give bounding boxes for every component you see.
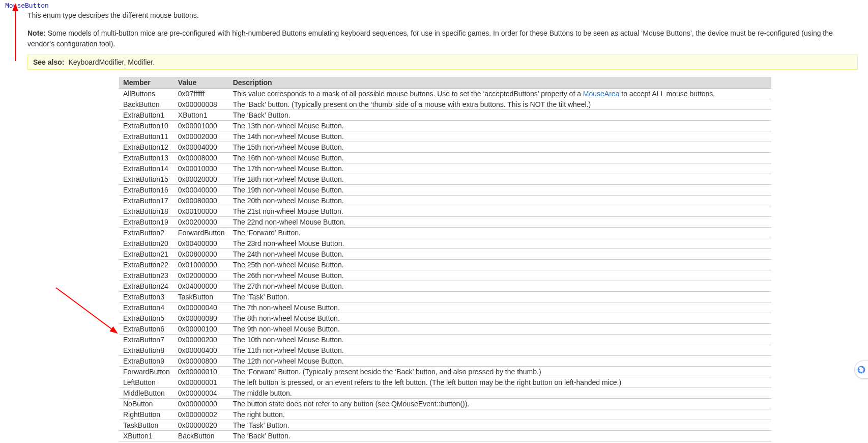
cell-description: The 14th non-wheel Mouse Button. <box>229 131 771 142</box>
cell-value: XButton1 <box>174 109 229 120</box>
cell-description: The left button is pressed, or an event … <box>229 377 771 387</box>
cell-description: The 24th non-wheel Mouse Button. <box>229 248 771 259</box>
table-row: ExtraButton2ForwardButtonThe ‘Forward’ B… <box>119 227 771 238</box>
cell-value: 0x00000200 <box>174 334 229 345</box>
table-row: ExtraButton70x00000200The 10th non-wheel… <box>119 334 771 345</box>
cell-description: The 12th non-wheel Mouse Button. <box>229 355 771 366</box>
cell-member: XButton2 <box>119 441 174 443</box>
cell-value: 0x07ffffff <box>174 88 229 99</box>
cell-member: ExtraButton1 <box>119 109 174 120</box>
cell-description: The 27th non-wheel Mouse Button. <box>229 281 771 291</box>
cell-value: 0x00080000 <box>174 195 229 206</box>
cell-member: BackButton <box>119 99 174 109</box>
table-row: ExtraButton100x00001000The 13th non-whee… <box>119 120 771 131</box>
intro-text: This enum type describes the different m… <box>27 11 858 21</box>
cell-member: ExtraButton2 <box>119 227 174 238</box>
cell-value: 0x01000000 <box>174 259 229 270</box>
table-row: ExtraButton1XButton1The ‘Back’ Button. <box>119 109 771 120</box>
cell-value: 0x00000000 <box>174 398 229 409</box>
cell-member: ExtraButton10 <box>119 120 174 131</box>
cell-description: The ‘Task’ Button. <box>229 291 771 302</box>
cell-member: RightButton <box>119 409 174 420</box>
cell-member: ExtraButton15 <box>119 174 174 184</box>
table-row: ExtraButton210x00800000The 24th non-whee… <box>119 248 771 259</box>
cell-description: The 7th non-wheel Mouse Button. <box>229 302 771 313</box>
cell-value: 0x00002000 <box>174 131 229 142</box>
cell-description: The right button. <box>229 409 771 420</box>
cell-description: The 25th non-wheel Mouse Button. <box>229 259 771 270</box>
cell-description: The 13th non-wheel Mouse Button. <box>229 120 771 131</box>
cell-description: The 18th non-wheel Mouse Button. <box>229 174 771 184</box>
cell-value: 0x00008000 <box>174 152 229 163</box>
desc-text: This value corresponds to a mask of all … <box>233 90 583 98</box>
cell-member: ExtraButton7 <box>119 334 174 345</box>
cell-value: 0x00020000 <box>174 174 229 184</box>
cell-member: ExtraButton24 <box>119 281 174 291</box>
table-row: MiddleButton0x00000004The middle button. <box>119 387 771 398</box>
cell-description: The 8th non-wheel Mouse Button. <box>229 313 771 323</box>
cell-value: 0x00001000 <box>174 120 229 131</box>
table-row: NoButton0x00000000The button state does … <box>119 398 771 409</box>
table-row: ExtraButton180x00100000The 21st non-whee… <box>119 206 771 216</box>
table-row: ExtraButton200x00400000The 23rd non-whee… <box>119 238 771 248</box>
cell-member: ExtraButton22 <box>119 259 174 270</box>
cell-member: ExtraButton11 <box>119 131 174 142</box>
table-row: ExtraButton3TaskButtonThe ‘Task’ Button. <box>119 291 771 302</box>
cell-member: ExtraButton12 <box>119 142 174 152</box>
table-row: LeftButton0x00000001The left button is p… <box>119 377 771 387</box>
cell-value: BackButton <box>174 430 229 441</box>
cell-description: The ‘Back’ Button. <box>229 430 771 441</box>
cell-value: TaskButton <box>174 291 229 302</box>
cell-value: 0x00000400 <box>174 345 229 355</box>
cell-member: ForwardButton <box>119 366 174 377</box>
cell-value: 0x00100000 <box>174 206 229 216</box>
cell-member: ExtraButton19 <box>119 216 174 227</box>
members-table: Member Value Description AllButtons0x07f… <box>119 77 771 443</box>
desc-text: to accept ALL mouse buttons. <box>619 90 715 98</box>
table-row: XButton2ForwardButtonThe ‘Forward Button… <box>119 441 771 443</box>
see-also-links: KeyboardModifier, Modifier. <box>68 58 155 66</box>
cell-value: 0x00010000 <box>174 163 229 174</box>
table-row: ExtraButton230x02000000The 26th non-whee… <box>119 270 771 281</box>
note-label: Note: <box>27 29 46 37</box>
table-row: AllButtons0x07ffffffThis value correspon… <box>119 88 771 99</box>
mousearea-link[interactable]: MouseArea <box>583 90 620 98</box>
cell-value: 0x00000800 <box>174 355 229 366</box>
cell-member: LeftButton <box>119 377 174 387</box>
cell-description: The 23rd non-wheel Mouse Button. <box>229 238 771 248</box>
cell-description: The ‘Back’ button. (Typically present on… <box>229 99 771 109</box>
cell-member: ExtraButton5 <box>119 313 174 323</box>
cell-value: 0x00000080 <box>174 313 229 323</box>
cell-description: The ‘Task’ Button. <box>229 420 771 430</box>
table-row: ExtraButton50x00000080The 8th non-wheel … <box>119 313 771 323</box>
cell-member: MiddleButton <box>119 387 174 398</box>
table-row: ExtraButton90x00000800The 12th non-wheel… <box>119 355 771 366</box>
cell-description: The 20th non-wheel Mouse Button. <box>229 195 771 206</box>
table-row: ExtraButton190x00200000The 22nd non-whee… <box>119 216 771 227</box>
cell-member: ExtraButton23 <box>119 270 174 281</box>
cell-member: ExtraButton8 <box>119 345 174 355</box>
table-row: ExtraButton150x00020000The 18th non-whee… <box>119 174 771 184</box>
cell-value: 0x00000008 <box>174 99 229 109</box>
cell-description: The ‘Forward’ Button. <box>229 227 771 238</box>
cell-member: ExtraButton17 <box>119 195 174 206</box>
cell-member: ExtraButton18 <box>119 206 174 216</box>
cell-member: TaskButton <box>119 420 174 430</box>
cell-value: ForwardButton <box>174 227 229 238</box>
cell-value: 0x00800000 <box>174 248 229 259</box>
cell-description: The 21st non-wheel Mouse Button. <box>229 206 771 216</box>
cell-description: The button state does not refer to any b… <box>229 398 771 409</box>
cell-value: 0x00200000 <box>174 216 229 227</box>
cell-member: ExtraButton21 <box>119 248 174 259</box>
cell-description: The 19th non-wheel Mouse Button. <box>229 184 771 195</box>
cell-member: AllButtons <box>119 88 174 99</box>
table-row: TaskButton0x00000020The ‘Task’ Button. <box>119 420 771 430</box>
cell-member: NoButton <box>119 398 174 409</box>
cell-value: 0x00000001 <box>174 377 229 387</box>
cell-value: 0x00040000 <box>174 184 229 195</box>
cell-value: 0x00000040 <box>174 302 229 313</box>
cell-value: 0x00400000 <box>174 238 229 248</box>
cell-member: ExtraButton3 <box>119 291 174 302</box>
table-row: ExtraButton220x01000000The 25th non-whee… <box>119 259 771 270</box>
cell-description: The middle button. <box>229 387 771 398</box>
